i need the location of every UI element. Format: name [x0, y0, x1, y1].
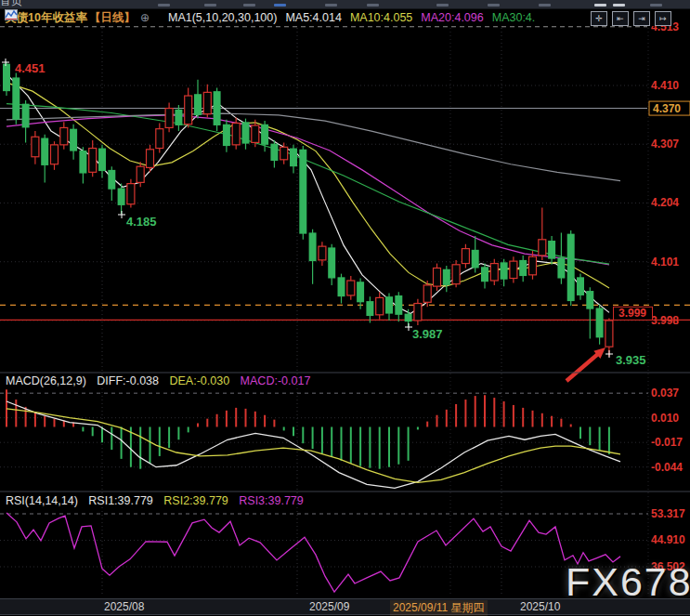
candle-body-down	[357, 282, 364, 302]
candle-body-down	[328, 247, 335, 278]
rsi3-value: RSI3:39.779	[239, 494, 304, 507]
candle-body-up	[510, 261, 517, 278]
candle-body-up	[127, 184, 135, 204]
candle-body-down	[270, 144, 278, 161]
candle-body-down	[586, 291, 593, 309]
price-annotation: 4.451	[15, 61, 46, 75]
chart-tool-icons: ✛ ⇤ ⇥ ↦	[587, 11, 671, 26]
date-label-selected: 2025/09/11 星期四	[390, 600, 488, 616]
candle-body-down	[223, 125, 230, 146]
candle-body-down	[405, 314, 412, 322]
candle-body-up	[605, 321, 613, 347]
candle-body-up	[319, 246, 326, 260]
candlestick-chart-canvas[interactable]: 4.4104.3074.2044.1013.9984.5134.3704.451…	[0, 0, 690, 616]
candle-body-up	[280, 147, 288, 160]
ma-line-MA10	[7, 83, 609, 288]
candle-body-down	[519, 260, 527, 276]
crosshair-pan-icon[interactable]: ✛	[591, 11, 607, 26]
candle-body-down	[299, 150, 306, 234]
ma10-value: MA10:4.055	[350, 11, 412, 24]
candles-group	[3, 62, 613, 357]
candle-body-up	[156, 129, 163, 149]
macd-axis-tick: 0.037	[651, 387, 679, 400]
x-scale-icon[interactable]: ⇥	[633, 11, 650, 26]
candle-body-down	[557, 257, 565, 278]
candle-body-down	[214, 91, 221, 125]
candle-body-up	[434, 268, 441, 286]
candle-body-down	[194, 94, 202, 115]
rsi2-value: RSI2:39.779	[163, 494, 228, 507]
period-label: 【日线】	[89, 10, 136, 26]
ma20-value: MA20:4.096	[421, 11, 483, 24]
macd-axis-tick: -0.044	[651, 461, 683, 474]
candle-body-down	[41, 138, 48, 164]
candle-body-up	[414, 304, 422, 321]
candle-body-up	[252, 125, 259, 142]
red-arrow-shaft	[566, 353, 599, 381]
candle-body-up	[147, 150, 154, 168]
ma-settings-label: MA1(5,10,20,30,100)	[168, 11, 277, 24]
candle-body-down	[175, 110, 182, 125]
candle-body-down	[338, 277, 345, 296]
candle-body-down	[472, 250, 479, 269]
candle-body-down	[261, 125, 268, 145]
candle-body-down	[548, 241, 555, 259]
add-indicator-icon[interactable]: ⊕	[140, 11, 150, 24]
candle-body-up	[32, 137, 39, 156]
ma-line-MA5	[7, 74, 609, 314]
candle-body-down	[3, 64, 10, 91]
candle-body-up	[347, 281, 355, 295]
rsi1-value: RSI1:39.779	[88, 494, 153, 507]
macd-histogram-group	[7, 389, 609, 468]
boxed-level-label: 4.370	[653, 102, 681, 115]
candle-body-down	[309, 232, 317, 261]
candle-body-down	[12, 77, 20, 119]
macd-label-row: MACD(26,12,9) DIFF:-0.038 DEA:-0.030 MAC…	[6, 374, 318, 387]
price-axis-tick: 4.204	[651, 196, 679, 209]
macd-macd-value: MACD:-0.017	[241, 374, 311, 387]
rsi-axis-tick: 44.910	[651, 533, 685, 546]
candle-body-down	[108, 170, 115, 190]
date-label: 2025/09	[309, 600, 349, 613]
candle-body-up	[232, 124, 240, 145]
rsi-label-row: RSI(14,14,14) RSI1:39.779 RSI2:39.779 RS…	[6, 494, 311, 507]
candle-body-up	[203, 92, 211, 113]
macd-axis-tick: -0.017	[651, 436, 683, 449]
candle-body-down	[385, 296, 393, 313]
candle-body-down	[577, 277, 584, 295]
candle-body-down	[79, 151, 86, 174]
macd-axis-tick: 0.010	[651, 412, 679, 425]
candle-body-up	[376, 297, 384, 314]
candle-body-down	[501, 262, 508, 279]
price-axis-tick: 4.307	[651, 138, 679, 151]
candle-body-down	[22, 104, 30, 128]
candle-body-up	[137, 166, 144, 182]
candle-body-down	[366, 301, 373, 316]
macd-params-label: MACD(26,12,9)	[6, 374, 86, 387]
date-label: 2025/08	[104, 600, 144, 613]
candle-body-up	[423, 285, 431, 302]
ma30-value: MA30:4.	[492, 11, 536, 24]
candle-body-down	[567, 234, 575, 301]
candle-body-down	[481, 267, 488, 282]
time-axis-bar[interactable]: 2025/082025/092025/09/11 星期四2025/10	[0, 598, 690, 615]
candle-body-up	[51, 145, 59, 164]
candle-body-up	[462, 249, 469, 264]
y-scale-icon[interactable]: ⇤	[612, 11, 629, 26]
candle-body-down	[443, 269, 450, 285]
shift-right-icon[interactable]: ↦	[655, 11, 671, 26]
candle-body-up	[89, 149, 97, 173]
trading-chart-app: 首页 美债10年收益率 【日线】 ⊕ MA1(5,10,20,30,100) M…	[0, 0, 690, 616]
candle-body-up	[490, 264, 498, 281]
price-axis-tick: 4.410	[651, 79, 679, 92]
candle-body-down	[118, 189, 125, 205]
rsi-params-label: RSI(14,14,14)	[6, 494, 78, 507]
candle-body-down	[290, 149, 297, 167]
macd-dea-value: DEA:-0.030	[170, 374, 230, 387]
candle-body-up	[452, 265, 460, 284]
last-price-marker-label: 3.999	[618, 307, 646, 320]
price-axis-tick: 3.998	[651, 314, 679, 327]
ma5-value: MA5:4.014	[285, 11, 341, 24]
ma-line-MA30	[7, 104, 609, 265]
candle-body-down	[395, 295, 402, 315]
